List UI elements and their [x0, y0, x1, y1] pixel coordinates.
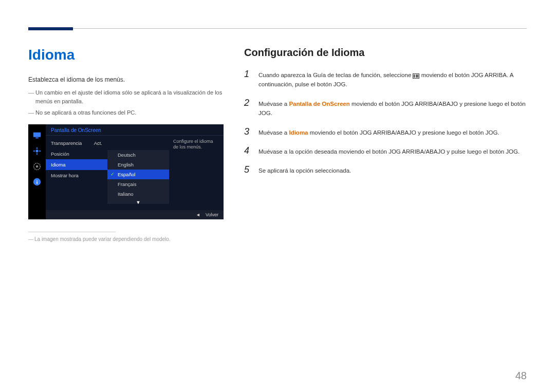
svg-marker-4 — [36, 153, 38, 155]
section-heading: Configuración de Idioma — [244, 47, 527, 59]
step-text: Muévase a la opción deseada moviendo el … — [258, 147, 520, 156]
osd-item-transparencia: Transparencia Act. — [46, 138, 107, 148]
osd-header: Pantalla de OnScreen — [46, 124, 224, 136]
step-number: 5 — [244, 164, 251, 175]
intro-text: Establezca el idioma de los menús. — [28, 76, 224, 83]
svg-marker-6 — [40, 150, 42, 152]
osd-lang-english: English — [107, 160, 169, 170]
step-highlight: Pantalla de OnScreen — [289, 101, 349, 107]
navigation-icon — [32, 146, 42, 156]
step-text: Cuando aparezca la Guía de teclas de fun… — [258, 70, 527, 89]
header-accent — [28, 27, 73, 30]
page-title: Idioma — [28, 47, 224, 63]
step-1: 1 Cuando aparezca la Guía de teclas de f… — [244, 69, 527, 89]
step-2: 2 Muévase a Pantalla de OnScreen moviend… — [244, 98, 527, 118]
osd-lang-italiano: Italiano — [107, 189, 169, 199]
step-number: 1 — [244, 69, 251, 80]
note-2: No se aplicará a otras funciones del PC. — [28, 108, 224, 117]
step-text-part: Muévase a — [258, 101, 289, 107]
svg-point-8 — [36, 165, 39, 167]
osd-item-label: Posición — [51, 151, 69, 157]
osd-lang-francais: Français — [107, 179, 169, 189]
note-1: Un cambio en el ajuste del idioma sólo s… — [28, 88, 224, 105]
svg-marker-3 — [36, 146, 38, 148]
page-number: 48 — [515, 370, 527, 382]
osd-footer: ◄ Volver — [46, 210, 224, 219]
step-number: 4 — [244, 145, 251, 156]
svg-text:i: i — [36, 179, 38, 184]
step-text-part: moviendo el botón JOG ARRIBA/ABAJO y pre… — [310, 129, 499, 136]
svg-point-2 — [35, 150, 38, 152]
step-highlight: Idioma — [289, 129, 308, 136]
osd-item-idioma: Idioma — [46, 159, 107, 170]
step-4: 4 Muévase a la opción deseada moviendo e… — [244, 145, 527, 156]
osd-panel: i Pantalla de OnScreen Transparencia Act… — [28, 124, 224, 219]
step-text-part: Cuando aparezca la Guía de teclas de fun… — [258, 72, 413, 78]
menu-icon — [413, 73, 419, 79]
svg-rect-1 — [35, 137, 38, 138]
step-5: 5 Se aplicará la opción seleccionada. — [244, 164, 527, 175]
svg-rect-0 — [33, 132, 41, 137]
osd-lang-espanol: Español — [107, 170, 169, 179]
info-icon: i — [32, 177, 42, 187]
header-rule — [28, 28, 527, 29]
step-number: 2 — [244, 98, 251, 108]
step-text: Muévase a Idioma moviendo el botón JOG A… — [258, 128, 499, 137]
footnote-text: La imagen mostrada puede variar dependie… — [28, 236, 224, 242]
osd-footer-back: Volver — [206, 212, 218, 217]
step-text-part: Muévase a — [258, 129, 289, 136]
monitor-icon — [32, 130, 42, 141]
osd-item-label: Idioma — [51, 162, 66, 167]
osd-item-label: Mostrar hora — [51, 173, 79, 178]
osd-main: Pantalla de OnScreen Transparencia Act. … — [46, 124, 224, 219]
osd-help-text: Configure el idioma de los menús. — [169, 136, 224, 210]
chevron-down-icon: ▼ — [107, 199, 169, 206]
step-text: Se aplicará la opción seleccionada. — [258, 166, 351, 175]
osd-language-dropdown: Deutsch English Español Français Italian… — [107, 150, 169, 204]
gear-icon — [32, 161, 42, 172]
osd-item-value: Act. — [94, 140, 102, 146]
osd-item-posicion: Posición — [46, 148, 107, 159]
step-number: 3 — [244, 126, 251, 137]
osd-menu: Transparencia Act. Posición Idioma Mostr… — [46, 136, 107, 210]
osd-lang-deutsch: Deutsch — [107, 150, 169, 160]
svg-marker-5 — [33, 150, 35, 152]
osd-item-label: Transparencia — [51, 140, 82, 146]
footnote-separator — [28, 232, 116, 232]
osd-item-mostrar-hora: Mostrar hora — [46, 170, 107, 181]
step-3: 3 Muévase a Idioma moviendo el botón JOG… — [244, 126, 527, 137]
step-text: Muévase a Pantalla de OnScreen moviendo … — [258, 99, 527, 118]
osd-sidebar: i — [28, 124, 46, 219]
back-arrow-icon: ◄ — [196, 212, 200, 217]
